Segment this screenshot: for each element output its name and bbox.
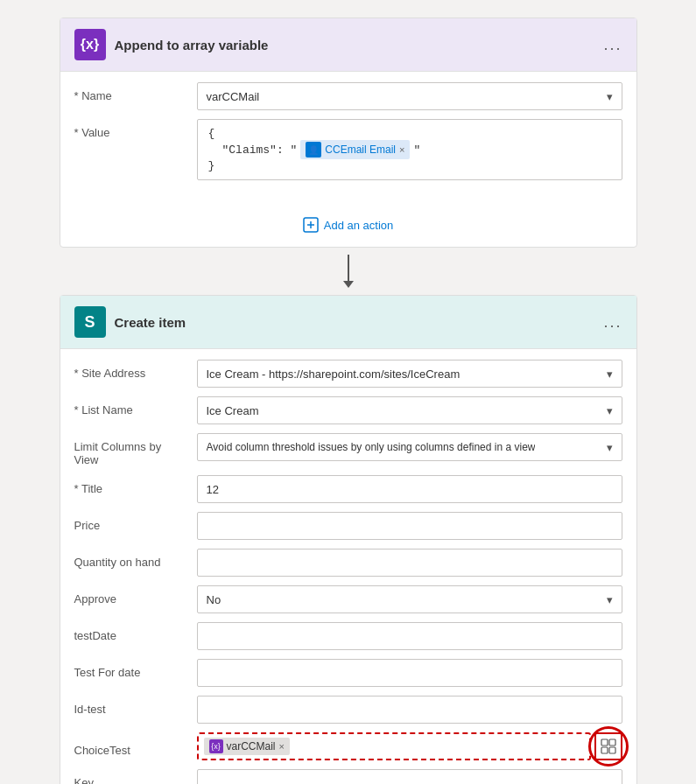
limit-columns-value: Avoid column threshold issues by only us… <box>207 441 536 453</box>
svg-rect-4 <box>609 739 615 746</box>
site-address-select[interactable]: Ice Cream - https://sharepoint.com/sites… <box>197 360 622 388</box>
create-more-button[interactable]: ... <box>603 313 622 332</box>
limit-columns-select[interactable]: Avoid column threshold issues by only us… <box>197 433 622 461</box>
choice-test-row: ChoiceTest {x} varCCMail × <box>74 732 622 760</box>
create-card: S Create item ... * Site Address Ice Cre… <box>60 295 637 784</box>
site-address-label: * Site Address <box>74 360 197 380</box>
choice-test-tag: {x} varCCMail × <box>204 738 290 755</box>
create-card-icon: S <box>74 306 106 338</box>
limit-columns-row: Limit Columns by View Avoid column thres… <box>74 433 622 466</box>
cc-tag-label: CCEmail Email <box>325 144 396 156</box>
append-name-chevron: ▾ <box>607 90 613 103</box>
append-name-value: varCCMail <box>207 90 260 103</box>
title-input[interactable] <box>197 475 622 503</box>
create-card-title: Create item <box>115 315 186 330</box>
append-card-title: Append to array variable <box>115 38 269 52</box>
add-action-label: Add an action <box>324 219 394 232</box>
connector-arrow <box>343 281 354 288</box>
site-address-row: * Site Address Ice Cream - https://share… <box>74 360 622 388</box>
cc-tag-icon: 👤 <box>306 142 321 158</box>
title-row: * Title <box>74 475 622 503</box>
append-card-icon: {x} <box>74 29 106 60</box>
list-name-value: Ice Cream <box>207 404 259 417</box>
create-header-left: S Create item <box>74 306 186 338</box>
append-closing-quote: " <box>413 144 420 157</box>
create-icon-symbol: S <box>84 313 95 332</box>
append-more-button[interactable]: ... <box>603 36 622 54</box>
append-value-line4: } <box>208 159 611 172</box>
list-name-row: * List Name Ice Cream ▾ <box>74 396 622 424</box>
title-label: * Title <box>74 475 197 495</box>
quantity-input[interactable] <box>197 549 622 577</box>
id-test-row: Id-test <box>74 696 622 724</box>
svg-rect-5 <box>601 747 608 753</box>
approve-value: No <box>207 593 221 606</box>
choice-test-label: ChoiceTest <box>74 737 197 757</box>
limit-columns-chevron: ▾ <box>607 441 613 454</box>
create-card-body: * Site Address Ice Cream - https://share… <box>60 349 636 784</box>
test-date-row: testDate <box>74 622 622 650</box>
append-name-select[interactable]: varCCMail ▾ <box>197 82 622 110</box>
choice-test-tag-icon: {x} <box>209 739 223 753</box>
site-address-value: Ice Cream - https://sharepoint.com/sites… <box>207 368 460 381</box>
append-name-label: * Name <box>74 82 197 102</box>
price-input[interactable] <box>197 512 622 540</box>
append-card-body: * Name varCCMail ▾ * Value { "Claims": "… <box>60 72 636 203</box>
dynamic-content-button[interactable] <box>594 732 622 760</box>
add-action-container: Add an action <box>60 203 636 247</box>
append-value-line2: "Claims": " 👤 CCEmail Email × " <box>208 140 611 159</box>
quantity-row: Quantity on hand <box>74 549 622 577</box>
price-row: Price <box>74 512 622 540</box>
append-value-label: * Value <box>74 119 197 139</box>
append-value-block[interactable]: { "Claims": " 👤 CCEmail Email × " } <box>197 119 622 180</box>
dynamic-content-icon <box>601 738 616 754</box>
append-value-line1: { <box>208 127 611 140</box>
append-card-header: {x} Append to array variable ... <box>60 18 636 72</box>
append-card: {x} Append to array variable ... * Name … <box>60 18 637 248</box>
approve-select[interactable]: No ▾ <box>197 585 622 613</box>
svg-rect-6 <box>609 747 615 753</box>
create-card-header: S Create item ... <box>60 296 636 349</box>
key-row: Key <box>74 769 622 784</box>
test-for-date-label: Test For date <box>74 659 197 679</box>
list-name-chevron: ▾ <box>607 404 613 417</box>
approve-label: Approve <box>74 585 197 606</box>
id-test-input[interactable] <box>197 696 622 724</box>
cc-email-tag: 👤 CCEmail Email × <box>300 140 410 159</box>
test-date-label: testDate <box>74 622 197 642</box>
svg-rect-3 <box>601 739 608 746</box>
test-for-date-input[interactable] <box>197 659 622 687</box>
site-address-chevron: ▾ <box>607 368 613 381</box>
append-header-left: {x} Append to array variable <box>74 29 269 60</box>
append-claims-text: "Claims": " <box>222 144 298 157</box>
choice-test-tag-close[interactable]: × <box>279 741 285 752</box>
limit-columns-label: Limit Columns by View <box>74 433 197 466</box>
key-label: Key <box>74 769 197 784</box>
append-name-row: * Name varCCMail ▾ <box>74 82 622 110</box>
test-date-input[interactable] <box>197 622 622 650</box>
dynamic-content-wrapper <box>594 732 622 760</box>
connector-line <box>348 255 349 281</box>
quantity-label: Quantity on hand <box>74 549 197 569</box>
append-value-row: * Value { "Claims": " 👤 CCEmail Email × … <box>74 119 622 180</box>
test-for-date-row: Test For date <box>74 659 622 687</box>
price-label: Price <box>74 512 197 532</box>
add-action-icon <box>303 217 319 233</box>
add-action-button[interactable]: Add an action <box>303 217 394 233</box>
append-icon-symbol: {x} <box>81 37 99 52</box>
choice-test-input-container[interactable]: {x} varCCMail × <box>197 732 591 760</box>
list-name-label: * List Name <box>74 396 197 416</box>
id-test-label: Id-test <box>74 696 197 716</box>
approve-chevron: ▾ <box>607 593 613 606</box>
connector <box>343 248 354 295</box>
choice-test-tag-label: varCCMail <box>227 740 276 752</box>
cc-tag-close[interactable]: × <box>399 144 404 155</box>
list-name-select[interactable]: Ice Cream ▾ <box>197 396 622 424</box>
approve-row: Approve No ▾ <box>74 585 622 613</box>
key-input[interactable] <box>197 769 622 784</box>
